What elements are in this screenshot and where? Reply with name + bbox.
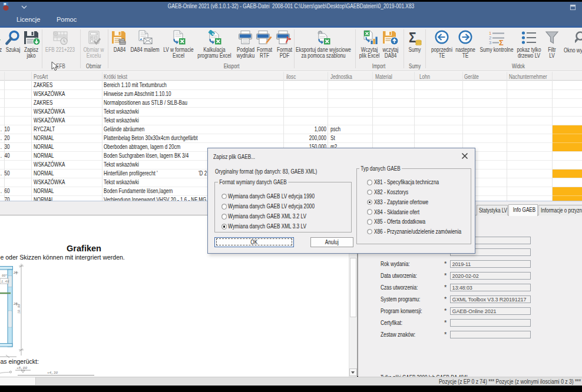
svg-text:+4,30: +4,30 — [47, 371, 58, 375]
svg-text:+5,00: +5,00 — [16, 366, 27, 370]
svg-text:1.48: 1.48 — [1, 280, 9, 284]
svg-text:10.99: 10.99 — [17, 304, 21, 314]
svg-text:60°: 60° — [2, 274, 8, 278]
svg-text:24: 24 — [14, 271, 18, 275]
